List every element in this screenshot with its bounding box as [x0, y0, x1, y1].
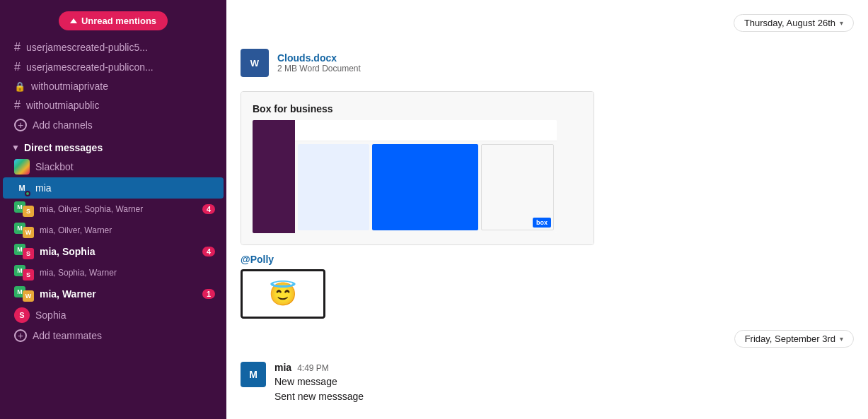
box-logo-area: box: [533, 218, 551, 228]
sidebar: Unread mentions # userjamescreated-publi…: [0, 0, 226, 419]
group-avatar-mia-sophia: M S: [14, 244, 34, 259]
chevron-down-icon: ▾: [840, 19, 843, 27]
file-attachment: W Clouds.docx 2 MB Word Document: [241, 43, 854, 83]
screenshot-sidebar-mock: [253, 120, 295, 233]
file-info: Clouds.docx 2 MB Word Document: [277, 52, 361, 73]
emoji-display: 😇: [269, 281, 297, 307]
date-divider-thursday: Thursday, August 26th ▾: [241, 14, 854, 32]
screenshot-content-mock: [295, 120, 557, 233]
dm-group-3b[interactable]: M S mia, Sophia, Warner: [3, 262, 224, 283]
sidebar-scroll: # userjamescreated-public5... # userjame…: [0, 36, 226, 419]
badge-mia-sophia: 4: [202, 247, 215, 256]
chevron-icon: ▼: [11, 143, 20, 153]
emoji-box: 😇: [241, 269, 325, 319]
dm-mia-warner-label: mia, Warner: [40, 288, 96, 300]
chat-area: Thursday, August 26th ▾ W Clouds.docx 2 …: [226, 0, 868, 419]
msg-author: mia: [274, 362, 291, 373]
dm-section-label: Direct messages: [24, 142, 103, 153]
dm-group-3-label: mia, Oilver, Warner: [40, 225, 112, 235]
screenshot-body: [295, 141, 557, 233]
group-avatar-4: M S: [14, 201, 34, 217]
hash-icon: #: [14, 61, 21, 73]
mention-container: @Polly 😇: [241, 254, 854, 319]
preview-card: Box for business: [241, 91, 594, 245]
box-logo: box: [533, 218, 551, 228]
dm-sophia[interactable]: S Sophia: [3, 305, 224, 326]
screenshot-mock: [253, 120, 557, 233]
word-doc-icon: W: [241, 49, 269, 77]
group-avatar-mia-warner: M W: [14, 286, 34, 302]
hash-icon: #: [14, 99, 21, 112]
channel-item-2[interactable]: # userjamescreated-publicon...: [3, 57, 224, 77]
mia-avatar: M: [14, 180, 30, 196]
msg-subtext: Sent new messsage: [274, 389, 364, 404]
channel-name-3: withoutmiaprivate: [31, 81, 108, 92]
screenshot-col-2: [372, 144, 479, 230]
dm-mia-sophia[interactable]: M S mia, Sophia 4: [3, 241, 224, 262]
hash-icon: #: [14, 41, 21, 54]
channel-name-4: withoutmiapublic: [26, 100, 100, 111]
dm-slackbot-label: Slackbot: [35, 161, 74, 172]
add-teammates-item[interactable]: + Add teammates: [3, 326, 224, 346]
channel-item-3[interactable]: 🔒 withoutmiaprivate: [3, 77, 224, 95]
channels-section: # userjamescreated-public5... # userjame…: [0, 36, 226, 136]
date-divider-friday: Friday, September 3rd ▾: [241, 330, 854, 348]
dm-group-3b-label: mia, Sophia, Warner: [40, 268, 117, 278]
msg-time: 4:49 PM: [297, 363, 329, 373]
preview-inner: Box for business: [241, 92, 594, 244]
msg-content: mia 4:49 PM New message Sent new messsag…: [274, 362, 364, 404]
date-thursday-label: Thursday, August 26th: [744, 18, 835, 28]
dm-slackbot[interactable]: Slackbot: [3, 156, 224, 177]
dm-sophia-label: Sophia: [35, 309, 66, 321]
msg-text: New message: [274, 374, 364, 389]
screenshot-col-1: [298, 144, 369, 230]
dm-mia[interactable]: M mia: [3, 177, 224, 199]
dm-mia-warner[interactable]: M W mia, Warner 1: [3, 283, 224, 305]
channel-item-1[interactable]: # userjamescreated-public5...: [3, 37, 224, 57]
preview-screenshot: box: [253, 120, 557, 233]
add-teammates-label: Add teammates: [33, 330, 102, 341]
arrow-up-icon: [70, 18, 77, 23]
unread-mentions-label: Unread mentions: [81, 16, 156, 26]
unread-mentions-button[interactable]: Unread mentions: [59, 11, 168, 30]
file-name[interactable]: Clouds.docx: [277, 52, 361, 64]
channel-name-2: userjamescreated-publicon...: [26, 61, 154, 73]
dm-group-3[interactable]: M W mia, Oilver, Warner: [3, 220, 224, 241]
add-teammates-icon: +: [14, 329, 27, 342]
chevron-down-icon-2: ▾: [840, 335, 843, 343]
online-indicator: [25, 191, 30, 196]
add-channels-icon: +: [14, 119, 27, 131]
channel-name-1: userjamescreated-public5...: [26, 42, 148, 53]
sophia-avatar: S: [14, 307, 30, 323]
msg-header: mia 4:49 PM: [274, 362, 364, 373]
mention-text: @Polly: [241, 254, 854, 265]
date-pill-friday[interactable]: Friday, September 3rd ▾: [734, 330, 854, 348]
screenshot-topbar: [295, 120, 557, 141]
message-row: M mia 4:49 PM New message Sent new messs…: [241, 362, 854, 404]
dm-group-4-label: mia, Oilver, Sophia, Warner: [40, 204, 143, 214]
add-channels-label: Add channels: [33, 119, 93, 131]
file-meta: 2 MB Word Document: [277, 64, 361, 73]
group-avatar-3b: M S: [14, 265, 34, 281]
date-pill-thursday[interactable]: Thursday, August 26th ▾: [734, 14, 854, 32]
msg-avatar: M: [241, 362, 266, 387]
badge-4: 4: [202, 204, 215, 214]
dm-group-4[interactable]: M S mia, Oilver, Sophia, Warner 4: [3, 199, 224, 220]
dm-mia-label: mia: [35, 182, 52, 194]
lock-icon: 🔒: [14, 81, 25, 92]
channel-item-4[interactable]: # withoutmiapublic: [3, 95, 224, 115]
group-avatar-3: M W: [14, 223, 34, 238]
dm-section-header[interactable]: ▼ Direct messages: [0, 136, 226, 156]
main-content: Thursday, August 26th ▾ W Clouds.docx 2 …: [226, 0, 868, 419]
dm-mia-sophia-label: mia, Sophia: [40, 246, 96, 257]
badge-mia-warner: 1: [202, 289, 215, 299]
preview-title: Box for business: [253, 103, 582, 114]
date-friday-label: Friday, September 3rd: [745, 334, 835, 344]
add-channels-item[interactable]: + Add channels: [3, 115, 224, 135]
slackbot-avatar: [14, 159, 30, 175]
